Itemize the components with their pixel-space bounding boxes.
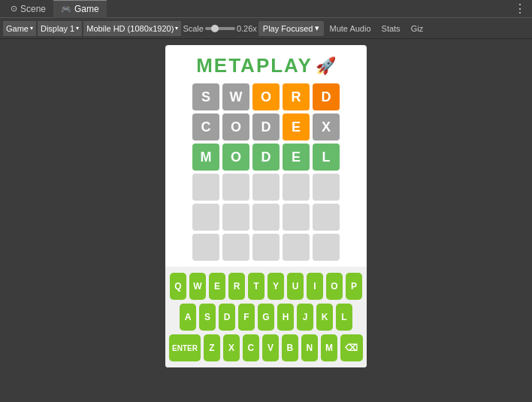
- key-y[interactable]: Y: [268, 273, 284, 300]
- mute-audio-button[interactable]: Mute Audio: [325, 21, 376, 36]
- key-z[interactable]: Z: [204, 334, 220, 361]
- key-d[interactable]: D: [219, 304, 235, 331]
- display-dropdown-arrow: ▾: [76, 25, 79, 32]
- key-m[interactable]: M: [321, 334, 337, 361]
- key-i[interactable]: I: [307, 273, 323, 300]
- grid-row-4: [192, 204, 340, 231]
- grid-row-1: CODEX: [192, 113, 340, 141]
- grid-row-2: MODEL: [192, 144, 340, 171]
- key-o[interactable]: O: [326, 273, 343, 300]
- play-focused-arrow: ▾: [315, 23, 319, 33]
- grid-cell-3-2: [252, 174, 280, 201]
- giz-button[interactable]: Giz: [407, 21, 428, 36]
- key-r[interactable]: R: [228, 273, 245, 300]
- grid-cell-2-3: E: [283, 144, 310, 171]
- play-focused-button[interactable]: Play Focused ▾: [258, 21, 324, 36]
- key-row-2: ENTERZXCVBNM⌫: [169, 334, 363, 361]
- key-g[interactable]: G: [258, 304, 274, 331]
- word-grid: SWORDCODEXMODEL: [192, 83, 340, 261]
- grid-cell-0-1: W: [222, 83, 249, 110]
- grid-cell-1-2: D: [252, 113, 280, 141]
- scale-value: 0.26x: [237, 24, 257, 33]
- key-k[interactable]: K: [316, 304, 333, 331]
- key-u[interactable]: U: [287, 273, 304, 300]
- key-f[interactable]: F: [238, 304, 255, 331]
- key-q[interactable]: Q: [170, 273, 186, 300]
- tab-game-label: Game: [74, 4, 99, 14]
- grid-row-5: [192, 234, 340, 261]
- grid-cell-0-4: D: [313, 83, 340, 110]
- logo-rocket-icon: 🚀: [316, 56, 336, 76]
- resolution-dropdown[interactable]: Mobile HD (1080x1920) ▾: [83, 21, 181, 36]
- game-icon: 🎮: [61, 5, 71, 14]
- grid-cell-3-0: [192, 174, 219, 201]
- game-panel: METAPLAY 🚀 SWORDCODEXMODEL QWERTYUIOPASD…: [165, 45, 367, 367]
- grid-row-0: SWORD: [192, 83, 340, 110]
- play-focused-label: Play Focused: [263, 24, 313, 33]
- resolution-dropdown-label: Mobile HD (1080x1920): [86, 24, 174, 33]
- grid-cell-5-2: [252, 234, 280, 261]
- key-backspace[interactable]: ⌫: [340, 334, 363, 361]
- key-s[interactable]: S: [199, 304, 216, 331]
- grid-row-3: [192, 174, 340, 201]
- grid-cell-1-0: C: [192, 113, 219, 141]
- key-h[interactable]: H: [277, 304, 294, 331]
- grid-cell-5-1: [222, 234, 249, 261]
- key-x[interactable]: X: [223, 334, 240, 361]
- grid-cell-4-1: [222, 204, 249, 231]
- key-c[interactable]: C: [243, 334, 259, 361]
- main-area: METAPLAY 🚀 SWORDCODEXMODEL QWERTYUIOPASD…: [0, 39, 532, 402]
- grid-cell-1-3: E: [283, 113, 310, 141]
- grid-cell-5-4: [313, 234, 340, 261]
- grid-cell-4-4: [313, 204, 340, 231]
- game-dropdown-label: Game: [6, 24, 29, 33]
- key-t[interactable]: T: [248, 273, 264, 300]
- grid-cell-2-4: L: [313, 144, 340, 171]
- scale-slider[interactable]: [205, 27, 235, 30]
- key-l[interactable]: L: [336, 304, 352, 331]
- grid-cell-5-0: [192, 234, 219, 261]
- grid-cell-3-4: [313, 174, 340, 201]
- key-a[interactable]: A: [180, 304, 196, 331]
- display-dropdown[interactable]: Display 1 ▾: [38, 21, 82, 36]
- logo-text: METAPLAY: [196, 54, 313, 77]
- grid-cell-4-0: [192, 204, 219, 231]
- key-row-0: QWERTYUIOP: [170, 273, 362, 300]
- grid-cell-5-3: [283, 234, 310, 261]
- grid-cell-2-0: M: [192, 144, 219, 171]
- key-v[interactable]: V: [262, 334, 279, 361]
- grid-cell-1-4: X: [313, 113, 340, 141]
- keyboard: QWERTYUIOPASDFGHJKLENTERZXCVBNM⌫: [165, 267, 367, 367]
- grid-cell-3-3: [283, 174, 310, 201]
- grid-cell-0-0: S: [192, 83, 219, 110]
- scale-label: Scale: [183, 24, 204, 33]
- key-b[interactable]: B: [282, 334, 298, 361]
- key-n[interactable]: N: [301, 334, 318, 361]
- grid-cell-0-2: O: [252, 83, 280, 110]
- grid-cell-3-1: [222, 174, 249, 201]
- game-dropdown-arrow: ▾: [30, 25, 33, 32]
- grid-cell-4-3: [283, 204, 310, 231]
- grid-cell-2-2: D: [252, 144, 280, 171]
- tab-game[interactable]: 🎮 Game: [53, 0, 107, 18]
- key-enter[interactable]: ENTER: [169, 334, 201, 361]
- tab-scene[interactable]: ⊙ Scene: [3, 0, 53, 18]
- game-dropdown[interactable]: Game ▾: [3, 21, 36, 36]
- scene-icon: ⊙: [11, 4, 17, 14]
- key-p[interactable]: P: [346, 273, 362, 300]
- key-e[interactable]: E: [209, 273, 225, 300]
- toolbar: Game ▾ Display 1 ▾ Mobile HD (1080x1920)…: [0, 18, 532, 39]
- display-dropdown-label: Display 1: [41, 24, 74, 33]
- stats-button[interactable]: Stats: [377, 21, 405, 36]
- tab-scene-label: Scene: [20, 4, 46, 14]
- grid-cell-0-3: R: [283, 83, 310, 110]
- grid-cell-2-1: O: [222, 144, 249, 171]
- key-j[interactable]: J: [297, 304, 313, 331]
- grid-cell-1-1: O: [222, 113, 249, 141]
- logo-area: METAPLAY 🚀: [196, 45, 336, 83]
- tab-bar: ⊙ Scene 🎮 Game ⋮: [0, 0, 532, 18]
- resolution-dropdown-arrow: ▾: [175, 25, 178, 32]
- key-w[interactable]: W: [189, 273, 206, 300]
- context-menu-button[interactable]: ⋮: [511, 2, 529, 16]
- key-row-1: ASDFGHJKL: [180, 304, 352, 331]
